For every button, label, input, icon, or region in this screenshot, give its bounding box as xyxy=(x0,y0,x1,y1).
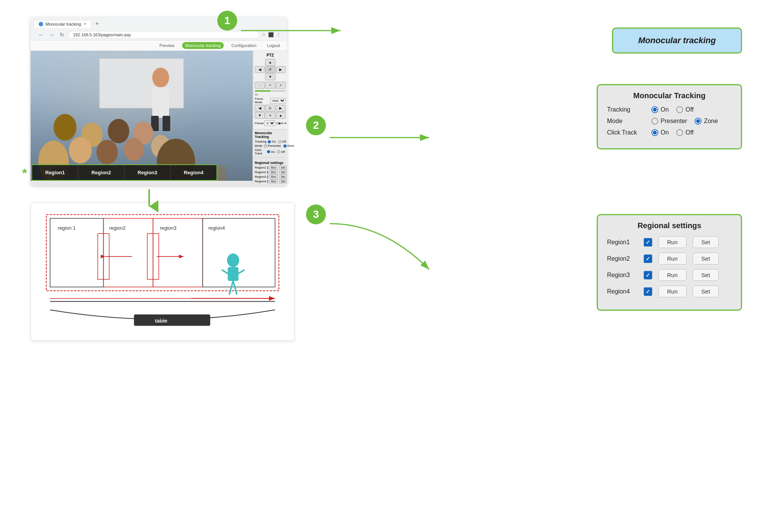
mode-setting-row: Mode Presenter Zone xyxy=(607,118,732,125)
nav-monocular[interactable]: Monocular tracking xyxy=(182,42,224,49)
region3-run-btn[interactable]: Run xyxy=(658,269,687,281)
mode-zone-mini[interactable]: Zone xyxy=(283,144,294,148)
regional-mini-title: Regional settings xyxy=(255,161,285,165)
region1-checkbox-mini[interactable] xyxy=(267,166,268,169)
clicktrack-off-mini[interactable]: Off xyxy=(277,150,285,154)
clicktrack-radios-mini: On Off xyxy=(267,150,285,154)
diagram-wrap: region 1 region2 region3 region4 xyxy=(31,203,295,341)
mode-presenter-option[interactable]: Presenter xyxy=(651,118,687,125)
clicktrack-on-text: On xyxy=(661,129,669,136)
clicktrack-on-mini[interactable]: On xyxy=(267,150,275,154)
tracking-on-label-mini: On xyxy=(272,140,276,143)
ptz-left-btn[interactable]: ◀ xyxy=(255,66,265,73)
mode-zone-option[interactable]: Zone xyxy=(695,118,718,125)
tracking-on-radio[interactable] xyxy=(651,106,658,113)
region1-row: Region1 Run Set xyxy=(607,236,732,248)
panel-header: Monocular tracking xyxy=(612,28,742,54)
nav-preview[interactable]: Preview xyxy=(156,42,177,49)
ptz-zoom-minus[interactable]: - xyxy=(255,82,265,89)
region4-checkbox[interactable] xyxy=(644,287,652,296)
ptz-empty-bl xyxy=(255,73,265,80)
badge-1: 1 xyxy=(217,11,237,31)
ptz-zoom-out[interactable]: + xyxy=(276,82,286,89)
region2-run-btn[interactable]: Run xyxy=(658,253,687,264)
ptz-f-up[interactable]: ▲ xyxy=(276,112,286,119)
browser-tab-active[interactable]: Monocular tracking ✕ xyxy=(34,20,91,28)
ptz-f-left[interactable]: ◀ xyxy=(255,105,265,112)
svg-text:region3: region3 xyxy=(160,225,176,231)
mode-zone-label-mini: Zone xyxy=(287,144,294,148)
clicktrack-on-label-mini: On xyxy=(271,150,275,154)
region3-set-mini[interactable]: Set xyxy=(279,175,287,179)
region3-checkbox-mini[interactable] xyxy=(267,175,268,178)
ptz-f-down[interactable]: ▼ xyxy=(255,112,265,119)
ptz-panel: PTZ ▲ ◀ ↺ ▶ ▼ - + + xyxy=(253,51,287,129)
region3-set-btn[interactable]: Set xyxy=(693,269,719,281)
region2-checkbox-mini[interactable] xyxy=(267,171,268,174)
region4-mini-label: Region4 xyxy=(255,180,266,183)
monocular-mini-title: Monocular Tracking xyxy=(255,131,285,139)
back-button[interactable]: ← xyxy=(37,31,45,39)
ptz-f-mid[interactable]: ≡ xyxy=(265,112,275,119)
mode-presenter-radio[interactable] xyxy=(651,118,658,125)
tracking-on-option[interactable]: On xyxy=(651,106,669,113)
ptz-zoom-in[interactable]: + xyxy=(265,82,275,89)
clicktrack-radio-group: On Off xyxy=(651,129,693,136)
ptz-focus-dpad: ◀ ⊙ ▶ ▼ ≡ ▲ xyxy=(255,105,286,119)
region2-set-btn[interactable]: Set xyxy=(693,253,719,264)
forward-button[interactable]: → xyxy=(47,31,56,39)
reload-button[interactable]: ↻ xyxy=(58,31,66,39)
ptz-f-right[interactable]: ▶ xyxy=(276,105,286,112)
region4-set-mini[interactable]: Set xyxy=(279,179,287,183)
arrow-1-svg xyxy=(237,19,352,50)
mode-presenter-mini[interactable]: Presenter xyxy=(264,144,281,148)
region3-label: Region3 xyxy=(607,272,638,279)
clicktrack-off-radio[interactable] xyxy=(676,129,683,136)
favicon-icon xyxy=(39,22,43,26)
region2-run-mini[interactable]: Run xyxy=(269,170,278,174)
ptz-up-btn[interactable]: ▲ xyxy=(265,59,275,66)
region3-run-mini[interactable]: Run xyxy=(269,175,278,179)
tracking-off-radio[interactable] xyxy=(676,106,683,113)
region1-checkbox[interactable] xyxy=(644,238,652,247)
region2-bar-item: Region2 xyxy=(78,165,125,180)
mode-presenter-text: Presenter xyxy=(661,118,687,125)
url-input[interactable]: 192.168.5.163/pages/main.asp xyxy=(68,31,259,39)
region4-set-btn[interactable]: Set xyxy=(693,285,719,297)
region3-checkbox[interactable] xyxy=(644,271,652,279)
ptz-home-btn[interactable]: ↺ xyxy=(265,66,275,73)
region1-run-mini[interactable]: Run xyxy=(269,165,278,170)
tracking-on-mini[interactable]: On xyxy=(268,140,276,143)
region4-run-mini[interactable]: Run xyxy=(269,179,278,183)
region4-row: Region4 Run Set xyxy=(607,285,732,297)
tab-label: Monocular tracking xyxy=(46,22,81,26)
clicktrack-on-option[interactable]: On xyxy=(651,129,669,136)
tracking-off-mini[interactable]: Off xyxy=(278,140,286,143)
ptz-zoom-slider[interactable] xyxy=(255,90,286,92)
region1-set-mini[interactable]: Set xyxy=(279,165,287,170)
ptz-right-btn[interactable]: ▶ xyxy=(276,66,286,73)
new-tab-button[interactable]: + xyxy=(93,19,101,28)
clicktrack-setting-row: Click Track On Off xyxy=(607,129,732,136)
diagram-inner: region 1 region2 region3 region4 xyxy=(39,211,286,333)
ptz-title: PTZ xyxy=(255,53,286,57)
clicktrack-on-radio[interactable] xyxy=(651,129,658,136)
svg-rect-3 xyxy=(152,87,169,118)
tab-close-button[interactable]: ✕ xyxy=(83,22,86,26)
region2-set-mini[interactable]: Set xyxy=(279,170,287,174)
ptz-down-btn[interactable]: ▼ xyxy=(265,73,275,80)
ptz-focus-label: Focus Mode xyxy=(255,97,269,104)
region4-checkbox-mini[interactable] xyxy=(267,180,268,183)
regional-mini-panel: Regional settings Region1 Run Set Region… xyxy=(253,157,287,185)
region1-run-btn[interactable]: Run xyxy=(658,236,687,248)
ptz-f-search[interactable]: ⊙ xyxy=(265,105,275,112)
tracking-off-option[interactable]: Off xyxy=(676,106,693,113)
region4-run-btn[interactable]: Run xyxy=(658,285,687,297)
ptz-focus-select[interactable]: Auto xyxy=(270,98,286,104)
region1-set-btn[interactable]: Set xyxy=(693,236,719,248)
mode-zone-radio[interactable] xyxy=(695,118,702,125)
region2-checkbox[interactable] xyxy=(644,255,652,263)
ptz-preset-select[interactable]: 0 xyxy=(264,120,275,126)
badge-2: 2 xyxy=(306,115,326,135)
clicktrack-off-option[interactable]: Off xyxy=(676,129,693,136)
